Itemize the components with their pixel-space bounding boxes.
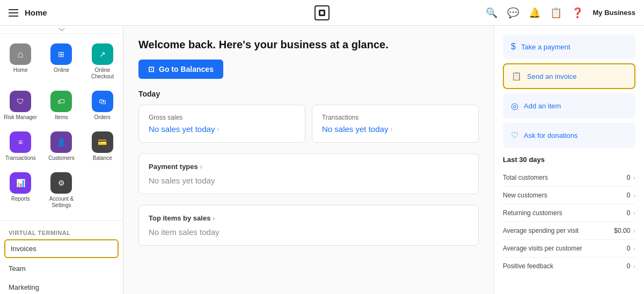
take-payment-label: Take a payment [521, 43, 570, 51]
transactions-chevron: › [390, 126, 392, 133]
stat-returning-customers[interactable]: Returning customers 0 › [503, 204, 635, 222]
hamburger-menu[interactable] [9, 9, 18, 17]
square-logo [314, 5, 330, 20]
sidebar-item-items[interactable]: 🏷 Items [41, 85, 82, 126]
ask-donations-icon: ♡ [511, 130, 518, 141]
stat-avg-spending-value: $0.00 [614, 227, 630, 234]
svg-rect-1 [320, 11, 324, 14]
sidebar-item-online-checkout[interactable]: ↗ Online Checkout [82, 38, 123, 85]
top-nav-center [314, 5, 330, 20]
document-icon[interactable]: 📋 [550, 7, 562, 19]
transactions-card: Transactions No sales yet today › [312, 105, 479, 143]
take-payment-action[interactable]: $ Take a payment [503, 34, 635, 59]
stat-positive-feedback-label: Positive feedback [503, 262, 553, 270]
ask-donations-action[interactable]: ♡ Ask for donations [503, 123, 635, 148]
account-settings-icon: ⚙ [50, 172, 72, 194]
today-cards: Gross sales No sales yet today › Transac… [138, 105, 479, 143]
items-icon: 🏷 [50, 91, 72, 112]
stat-new-customers-value: 0 [627, 192, 631, 199]
home-icon: ⌂ [10, 43, 31, 65]
today-section-title: Today [138, 90, 479, 98]
payment-types-value: No sales yet today [149, 176, 469, 185]
gross-sales-chevron: › [217, 126, 219, 133]
add-item-action[interactable]: ◎ Add an item [503, 93, 635, 119]
search-icon[interactable]: 🔍 [486, 7, 497, 19]
gross-sales-value: No sales yet today › [149, 124, 295, 134]
sidebar-item-orders-label: Orders [94, 114, 111, 121]
stat-avg-visits-value: 0 [627, 245, 631, 252]
top-nav-left: Home [9, 8, 47, 17]
stat-new-customers[interactable]: New customers 0 › [503, 187, 635, 204]
stat-avg-spending-chevron: › [633, 227, 635, 234]
main-content: Welcome back. Here's your business at a … [123, 26, 494, 294]
top-items-header: Top items by sales › [149, 214, 469, 222]
balances-btn-icon: ⊡ [148, 65, 155, 74]
take-payment-icon: $ [511, 42, 516, 52]
stat-returning-customers-value: 0 [627, 209, 631, 217]
orders-icon: 🛍 [92, 91, 113, 112]
sidebar-item-team[interactable]: Team [0, 259, 123, 278]
sidebar-grid: ⌂ Home ⊞ Online ↗ Online Checkout 🛡 Risk… [0, 34, 123, 218]
chat-icon[interactable]: 💬 [507, 7, 519, 19]
sidebar-item-home[interactable]: ⌂ Home [0, 38, 41, 85]
payment-types-section: Payment types › No sales yet today [138, 153, 479, 194]
last30-title: Last 30 days [503, 156, 635, 164]
top-nav: Home 🔍 💬 🔔 📋 ❓ My Business [0, 0, 644, 26]
sidebar-item-customers[interactable]: 👤 Customers [41, 126, 82, 167]
help-icon[interactable]: ❓ [572, 7, 583, 19]
sidebar-item-balance-label: Balance [93, 155, 112, 161]
stat-returning-customers-label: Returning customers [503, 209, 562, 217]
gross-sales-label: Gross sales [149, 114, 295, 121]
send-invoice-action[interactable]: 📋 Send an invoice [503, 63, 635, 89]
nav-home-label: Home [25, 8, 47, 17]
stat-positive-feedback[interactable]: Positive feedback 0 › [503, 258, 635, 275]
my-business-label[interactable]: My Business [593, 9, 635, 17]
sidebar-item-invoices[interactable]: Invoices [4, 239, 119, 258]
stat-positive-feedback-chevron: › [633, 263, 635, 269]
sidebar-item-orders[interactable]: 🛍 Orders [82, 85, 123, 126]
top-nav-right: 🔍 💬 🔔 📋 ❓ My Business [486, 7, 635, 19]
sidebar-item-online-checkout-label: Online Checkout [84, 67, 121, 80]
transactions-card-value: No sales yet today › [322, 124, 469, 134]
sidebar: ⌂ Home ⊞ Online ↗ Online Checkout 🛡 Risk… [0, 26, 123, 294]
payment-types-header: Payment types › [149, 163, 469, 171]
sidebar-item-balance[interactable]: 💳 Balance [82, 126, 123, 167]
stat-total-customers[interactable]: Total customers 0 › [503, 169, 635, 187]
sidebar-item-risk-manager-label: Risk Manager [4, 114, 37, 121]
sidebar-item-online[interactable]: ⊞ Online [41, 38, 82, 85]
stat-positive-feedback-value: 0 [627, 262, 631, 270]
sidebar-section-virtual-terminal: Virtual Terminal [0, 223, 123, 238]
stat-avg-visits-chevron: › [633, 245, 635, 252]
stat-new-customers-chevron: › [633, 192, 635, 199]
stat-avg-visits[interactable]: Average visits per customer 0 › [503, 240, 635, 258]
sidebar-divider [0, 220, 123, 221]
notification-icon[interactable]: 🔔 [529, 7, 540, 19]
stat-avg-visits-label: Average visits per customer [503, 245, 582, 252]
online-icon: ⊞ [50, 43, 72, 65]
customers-icon: 👤 [50, 131, 72, 153]
stat-avg-spending-label: Average spending per visit [503, 227, 579, 234]
gross-sales-card: Gross sales No sales yet today › [138, 105, 305, 143]
go-to-balances-button[interactable]: ⊡ Go to Balances [138, 60, 223, 79]
risk-manager-icon: 🛡 [10, 91, 31, 112]
sidebar-item-online-label: Online [54, 67, 69, 74]
sidebar-item-reports-label: Reports [11, 196, 30, 202]
right-panel: $ Take a payment 📋 Send an invoice ◎ Add… [494, 26, 644, 294]
stat-avg-spending[interactable]: Average spending per visit $0.00 › [503, 222, 635, 240]
scroll-indicator [0, 26, 123, 34]
send-invoice-label: Send an invoice [527, 72, 577, 80]
sidebar-item-account-settings[interactable]: ⚙ Account & Settings [41, 167, 82, 214]
transactions-icon: ≡ [10, 131, 31, 153]
balances-btn-label: Go to Balances [159, 65, 214, 74]
welcome-text: Welcome back. Here's your business at a … [138, 39, 479, 51]
sidebar-item-risk-manager[interactable]: 🛡 Risk Manager [0, 85, 41, 126]
send-invoice-icon: 📋 [511, 71, 522, 81]
ask-donations-label: Ask for donations [524, 131, 577, 139]
sidebar-item-marketing[interactable]: Marketing [0, 278, 123, 294]
online-checkout-icon: ↗ [92, 43, 113, 65]
sidebar-item-transactions[interactable]: ≡ Transactions [0, 126, 41, 167]
sidebar-item-reports[interactable]: 📊 Reports [0, 167, 41, 214]
stat-returning-customers-chevron: › [633, 210, 635, 216]
top-items-value: No item sales today [149, 227, 469, 237]
sidebar-item-items-label: Items [55, 114, 68, 121]
